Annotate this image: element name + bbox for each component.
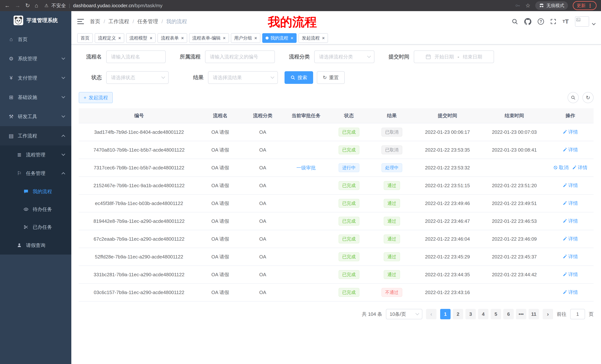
font-size-icon[interactable]: TT — [562, 18, 569, 25]
sidebar-item-leave-query[interactable]: 请假查询 — [0, 236, 71, 255]
current-task-link[interactable]: 一级审批 — [296, 165, 316, 171]
tab-close-icon[interactable]: × — [150, 36, 152, 40]
tab-close-icon[interactable]: × — [223, 36, 226, 40]
process-definition-input[interactable] — [205, 50, 275, 63]
view-tab[interactable]: 流程模型× — [126, 33, 156, 43]
update-button[interactable]: 更新 ⋮ — [573, 1, 597, 10]
next-page-button[interactable]: › — [543, 309, 553, 319]
date-separator: - — [458, 54, 459, 60]
sidebar-item-system[interactable]: ⚙ 系统管理 — [0, 49, 71, 68]
back-icon[interactable]: ← — [4, 3, 10, 8]
detail-link[interactable]: 详情 — [563, 289, 578, 296]
submit-time-daterange[interactable]: 开始日期 - 结束日期 — [414, 50, 494, 63]
goto-page-input[interactable] — [570, 309, 585, 319]
help-icon[interactable]: ? — [538, 18, 544, 25]
cell-id: 7317cec6-7b9b-11ec-b5b7-acde48001122 — [79, 159, 199, 177]
detail-link[interactable]: 详情 — [563, 147, 578, 153]
cell-result: 处理中 — [370, 159, 413, 177]
view-tab[interactable]: 流程表单-编辑× — [189, 33, 229, 43]
browser-home-icon[interactable]: ⌂ — [35, 3, 38, 8]
reset-button[interactable]: ↻ 重置 — [317, 71, 345, 84]
breadcrumb-item[interactable]: 工作流程 — [109, 18, 129, 25]
cell-status: 已完成 — [328, 284, 370, 301]
sidebar-item-devtools[interactable]: ⚒ 研发工具 — [0, 107, 71, 126]
result-tag: 处理中 — [381, 163, 402, 172]
search-button[interactable]: 搜索 — [285, 71, 313, 84]
detail-link[interactable]: 详情 — [563, 129, 578, 135]
page-button[interactable]: 11 — [529, 309, 539, 319]
avatar[interactable] — [575, 16, 589, 27]
page-button[interactable]: 4 — [478, 309, 489, 319]
more-pages-button[interactable]: ••• — [516, 309, 526, 319]
cell-actions: 详情 — [547, 230, 594, 248]
tab-close-icon[interactable]: × — [322, 36, 325, 40]
page-button[interactable]: 5 — [491, 309, 501, 319]
detail-link[interactable]: 详情 — [572, 164, 587, 171]
create-process-button[interactable]: + 发起流程 — [79, 92, 113, 103]
sidebar-item-home[interactable]: ⌂ 首页 — [0, 30, 71, 49]
fullscreen-icon[interactable] — [550, 19, 556, 25]
sidebar-item-infrastructure[interactable]: ⊞ 基础设施 — [0, 87, 71, 107]
tab-close-icon[interactable]: × — [254, 36, 257, 40]
cell-status: 已完成 — [328, 230, 370, 248]
view-tab[interactable]: 我的流程× — [262, 33, 297, 43]
status-select[interactable]: 请选择状态 — [106, 71, 169, 84]
breadcrumb-item[interactable]: 任务管理 — [137, 18, 158, 25]
cell-result: 通过 — [370, 248, 413, 266]
table-row: 819442e8-7b9a-11ec-a290-acde48001122OA 请… — [79, 212, 594, 230]
sidebar-item-task-management[interactable]: ⚐ 任务管理 — [0, 164, 71, 182]
github-icon[interactable] — [524, 18, 531, 25]
page-button[interactable]: 6 — [503, 309, 514, 319]
browser-menu-icon[interactable]: ⋮ — [587, 3, 593, 9]
table-search-toggle-button[interactable] — [568, 92, 579, 103]
result-tag: 已取消 — [381, 145, 402, 154]
detail-link[interactable]: 详情 — [563, 200, 578, 207]
password-key-icon[interactable] — [515, 3, 521, 8]
forward-icon[interactable]: → — [15, 3, 20, 8]
sidebar-item-workflow[interactable]: ▤ 工作流程 — [0, 126, 71, 145]
avatar-caret-icon[interactable] — [592, 21, 596, 25]
sidebar-item-payment[interactable]: ¥ 支付管理 — [0, 68, 71, 87]
cell-submit-time: 2022-01-22 23:44:35 — [413, 266, 481, 284]
sidebar-item-my-process[interactable]: 我的流程 — [0, 182, 71, 200]
view-tab[interactable]: 发起流程× — [299, 33, 328, 43]
cell-status: 已完成 — [328, 177, 370, 194]
search-icon[interactable] — [512, 18, 518, 25]
cell-id: 331bc281-7b9a-11ec-a290-acde48001122 — [79, 266, 199, 284]
page-button[interactable]: 2 — [453, 309, 463, 319]
detail-link[interactable]: 详情 — [563, 218, 578, 224]
bookmark-star-icon[interactable]: ☆ — [525, 3, 531, 8]
view-tab[interactable]: 流程表单× — [158, 33, 187, 43]
view-tab[interactable]: 首页 — [77, 33, 93, 43]
sidebar-item-done-tasks[interactable]: 已办任务 — [0, 218, 71, 236]
detail-link[interactable]: 详情 — [563, 271, 578, 278]
page-button[interactable]: 1 — [440, 309, 451, 319]
process-category-select[interactable]: 请选择流程分类 — [314, 50, 374, 63]
sidebar-item-process-management[interactable]: ≣ 流程管理 — [0, 145, 71, 164]
view-tab[interactable]: 用户分组× — [231, 33, 260, 43]
breadcrumb-separator: / — [161, 19, 163, 25]
breadcrumb-item[interactable]: 首页 — [90, 18, 100, 25]
page-button[interactable]: 3 — [465, 309, 476, 319]
cancel-link[interactable]: 取消 — [553, 164, 569, 171]
cell-id: 03c6c157-7b9a-11ec-a290-acde48001122 — [79, 284, 199, 301]
result-select[interactable]: 请选择流结果 — [208, 71, 278, 84]
detail-link[interactable]: 详情 — [563, 253, 578, 260]
page-size-select[interactable]: 10条/页 — [386, 309, 422, 319]
detail-link[interactable]: 详情 — [563, 182, 578, 189]
address-bar[interactable]: ⚠ 不安全 | dashboard.yudao.iocoder.cn/bpm/t… — [44, 2, 510, 9]
table-refresh-button[interactable]: ↻ — [582, 92, 594, 103]
view-tab[interactable]: 流程定义× — [95, 33, 124, 43]
table-row: 7470a810-7b9b-11ec-b5b7-acde48001122OA 请… — [79, 141, 594, 159]
tab-close-icon[interactable]: × — [118, 36, 121, 40]
sidebar-item-todo-tasks[interactable]: 待办任务 — [0, 200, 71, 218]
tab-close-icon[interactable]: × — [290, 36, 293, 40]
prev-page-button[interactable]: ‹ — [426, 309, 436, 319]
detail-link[interactable]: 详情 — [563, 236, 578, 242]
tab-close-icon[interactable]: × — [181, 36, 184, 40]
reload-icon[interactable]: ↻ — [25, 3, 30, 8]
cell-end-time: 2022-01-23 00:08:41 — [481, 141, 547, 159]
briefcase-icon: ▤ — [8, 133, 14, 139]
process-name-input[interactable] — [106, 50, 166, 63]
collapse-menu-icon[interactable] — [77, 19, 84, 24]
